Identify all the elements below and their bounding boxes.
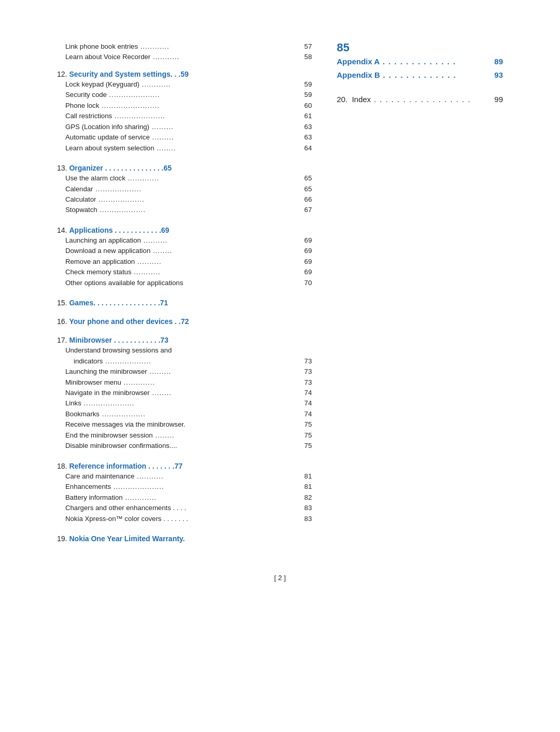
list-item: Remove an application .......... 69 [57,257,312,267]
left-column: Link phone book entries ............ 57 … [57,41,312,553]
list-item: Use the alarm clock ............. 65 [57,173,312,184]
list-item: Launching an application .......... 69 [57,235,312,246]
page-85: 85 [337,41,503,54]
list-item: Calculator ................... 66 [57,194,312,205]
page-number: [ 2 ] [274,574,286,582]
list-item: Learn about system selection ........ 64 [57,143,312,153]
list-item: Nokia Xpress-on™ color covers . . . . . … [57,514,312,524]
section-17: 17. Minibrowser . . . . . . . . . . . .7… [57,336,312,452]
section-15: 15. Games. . . . . . . . . . . . . . . .… [57,299,312,307]
list-item: Launching the minibrowser ......... 73 [57,367,312,377]
list-item: Receive messages via the minibrowser. 75 [57,419,312,430]
list-item: Security code ..................... 59 [57,90,312,100]
list-item: Download a new application ........ 69 [57,246,312,256]
list-item: Call restrictions ..................... … [57,111,312,121]
list-item: Other options available for applications… [57,278,312,288]
content: Link phone book entries ............ 57 … [57,41,503,553]
list-item: Chargers and other enhancements . . . . … [57,503,312,513]
appendix-a-entry: Appendix A . . . . . . . . . . . . . 89 [337,55,503,68]
list-item: Care and maintenance ........... 81 [57,471,312,482]
section-16: 16. Your phone and other devices . .72 [57,317,312,326]
list-item: Calendar ................... 65 [57,184,312,194]
section-13-title: Organizer . . . . . . . . . . . . . . .6… [69,164,172,172]
index-entry: 20. Index . . . . . . . . . . . . . . . … [337,93,503,106]
list-item: Bookmarks .................. 74 [57,409,312,419]
list-item: Stopwatch ................... 67 [57,205,312,215]
list-item: Links ..................... 74 [57,398,312,409]
right-column: 85 Appendix A . . . . . . . . . . . . . … [337,41,503,106]
section-19-title: Nokia One Year Limited Warranty. [69,534,185,543]
section-17-title: Minibrowser . . . . . . . . . . . .73 [69,336,168,344]
list-item: Battery information ............. 82 [57,492,312,503]
list-item: Automatic update of service ......... 63 [57,132,312,143]
appendix-b-entry: Appendix B . . . . . . . . . . . . . 93 [337,68,503,82]
list-item: Enhancements ..................... 81 [57,482,312,492]
section-15-title: Games. . . . . . . . . . . . . . . . .71 [69,299,168,307]
list-item: End the minibrowser session ........ 75 [57,430,312,441]
section-13: 13. Organizer . . . . . . . . . . . . . … [57,164,312,216]
appendix-section: 85 Appendix A . . . . . . . . . . . . . … [337,41,503,81]
section-16-title: Your phone and other devices . .72 [69,317,189,326]
list-item: Understand browsing sessions and [57,345,312,356]
prev-entries: Link phone book entries ............ 57 … [57,41,312,63]
section-19: 19. Nokia One Year Limited Warranty. [57,534,312,543]
section-18-title: Reference information . . . . . . .77 [69,462,183,470]
footer: [ 2 ] [0,574,560,582]
list-item: Learn about Voice Recorder ........... 5… [57,52,312,62]
list-item: Link phone book entries ............ 57 [57,41,312,52]
page: Link phone book entries ............ 57 … [0,21,560,732]
list-item: Navigate in the minibrowser ........ 74 [57,388,312,398]
section-14-title: Applications . . . . . . . . . . . .69 [69,226,169,234]
list-item: Phone lock ........................ 60 [57,101,312,111]
section-14: 14. Applications . . . . . . . . . . . .… [57,226,312,288]
section-12-title: Security and System settings. . .59 [69,70,188,78]
list-item: GPS (Location info sharing) ......... 63 [57,122,312,132]
list-item: Check memory status ........... 69 [57,267,312,277]
list-item: Minibrowser menu ............. 73 [57,377,312,388]
list-item: Disable minibrowser confirmations.... 75 [57,441,312,451]
list-item: indicators ................... 73 [57,356,312,367]
section-12: 12. Security and System settings. . .59 … [57,70,312,153]
section-18: 18. Reference information . . . . . . .7… [57,462,312,524]
list-item: Lock keypad (Keyguard) ............ 59 [57,79,312,90]
